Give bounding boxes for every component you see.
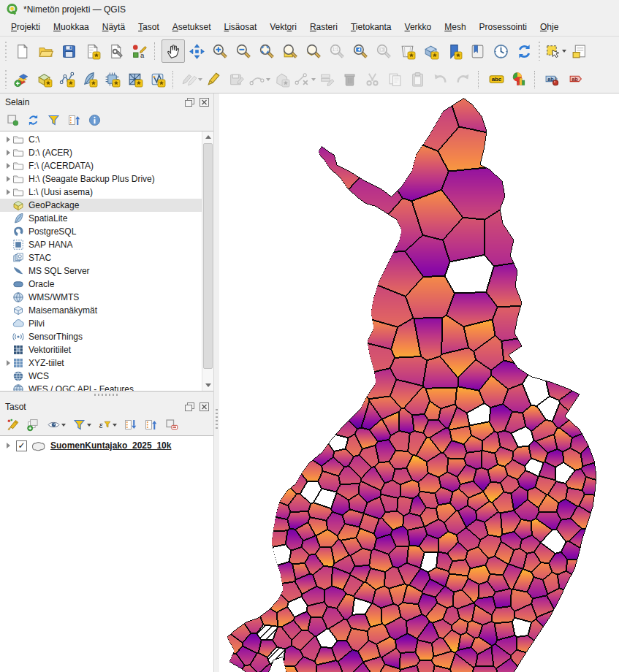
layers-map-themes-button[interactable] bbox=[47, 418, 66, 432]
layers-expand-all-button[interactable] bbox=[124, 418, 137, 432]
menu-n-yt-[interactable]: Näytä bbox=[96, 20, 132, 34]
menu-asetukset[interactable]: Asetukset bbox=[166, 20, 218, 34]
pin-labels-button[interactable]: ab bbox=[542, 69, 564, 91]
layer-diagram-button[interactable] bbox=[508, 69, 531, 91]
pan-to-selection-button[interactable] bbox=[185, 39, 208, 63]
menu-lis-osat[interactable]: Lisäosat bbox=[218, 20, 264, 34]
browser-scrollbar[interactable] bbox=[202, 131, 213, 391]
map-canvas[interactable] bbox=[219, 93, 619, 672]
browser-item-geopackage[interactable]: GeoPackage bbox=[0, 199, 213, 212]
layer-row[interactable]: SuomenKuntajako_2025_10k bbox=[0, 438, 213, 453]
expander-icon[interactable] bbox=[4, 443, 12, 448]
toolbar-drag-handle[interactable] bbox=[4, 42, 8, 61]
menu-rasteri[interactable]: Rasteri bbox=[303, 20, 344, 34]
menu-mesh[interactable]: Mesh bbox=[438, 20, 472, 34]
menu-tietokanta[interactable]: Tietokanta bbox=[344, 20, 398, 34]
new-spatialite-layer-button[interactable] bbox=[78, 69, 101, 91]
dropdown-caret-icon[interactable] bbox=[266, 78, 270, 81]
show-bookmarks-button[interactable] bbox=[466, 39, 489, 63]
browser-item-maiseman-kym-t[interactable]: Maisemanäkymät bbox=[0, 304, 213, 317]
new-virtual-layer-button[interactable] bbox=[101, 69, 124, 91]
pan-map-button[interactable] bbox=[162, 39, 185, 63]
layers-filter-expression-button[interactable]: ε bbox=[98, 418, 117, 432]
browser-item-vektoritiilet[interactable]: Vektoritiilet bbox=[0, 343, 213, 356]
new-gpx-layer-button[interactable] bbox=[146, 69, 169, 91]
dropdown-caret-icon[interactable] bbox=[87, 424, 91, 427]
menu-muokkaa[interactable]: Muokkaa bbox=[47, 20, 96, 34]
zoom-out-button[interactable] bbox=[232, 39, 255, 63]
zoom-full-button[interactable] bbox=[255, 39, 278, 63]
save-project-button[interactable] bbox=[57, 39, 80, 63]
expander-icon[interactable] bbox=[4, 360, 12, 366]
browser-item-d-acer[interactable]: D:\ (ACER) bbox=[0, 146, 213, 159]
scrollbar-thumb[interactable] bbox=[203, 143, 213, 369]
browser-item-pilvi[interactable]: Pilvi bbox=[0, 317, 213, 330]
browser-float-button[interactable] bbox=[184, 97, 195, 107]
browser-item-sap-hana[interactable]: SAP HANA bbox=[0, 238, 213, 251]
new-bookmark-button[interactable] bbox=[442, 39, 466, 63]
menu-tasot[interactable]: Tasot bbox=[132, 20, 166, 34]
layers-remove-layer-button[interactable] bbox=[164, 418, 178, 432]
layer-visibility-checkbox[interactable] bbox=[16, 440, 27, 451]
zoom-to-selection-button[interactable] bbox=[278, 39, 302, 63]
browser-panel-properties-button[interactable] bbox=[88, 113, 102, 127]
browser-item-f-acerdata[interactable]: F:\ (ACERDATA) bbox=[0, 159, 213, 172]
browser-item-wms-wmts[interactable]: WMS/WMTS bbox=[0, 291, 213, 304]
browser-item-c[interactable]: C:\ bbox=[0, 133, 213, 146]
dropdown-caret-icon[interactable] bbox=[113, 424, 117, 427]
new-shapefile-layer-button[interactable] bbox=[56, 69, 78, 91]
dropdown-caret-icon[interactable] bbox=[311, 78, 316, 81]
dropdown-caret-icon[interactable] bbox=[562, 50, 566, 53]
browser-item-sensorthings[interactable]: SensorThings bbox=[0, 330, 213, 343]
browser-panel-add-layers-button[interactable] bbox=[6, 113, 20, 127]
layers-layer-styling-button[interactable] bbox=[6, 418, 20, 432]
expander-icon[interactable] bbox=[4, 163, 12, 169]
layer-name[interactable]: SuomenKuntajako_2025_10k bbox=[50, 440, 171, 451]
browser-item-wcs[interactable]: WCS bbox=[0, 370, 213, 383]
browser-close-button[interactable] bbox=[199, 97, 210, 107]
menu-projekti[interactable]: Projekti bbox=[4, 20, 47, 34]
menu-ohje[interactable]: Ohje bbox=[533, 20, 565, 34]
browser-item-xyz-tiilet[interactable]: XYZ-tiilet bbox=[0, 356, 213, 370]
browser-item-h-seagate-backup-plus-drive[interactable]: H:\ (Seagate Backup Plus Drive) bbox=[0, 172, 213, 186]
new-print-layout-button[interactable] bbox=[80, 39, 104, 63]
new-map-view-button[interactable] bbox=[395, 39, 419, 63]
new-geopackage-layer-button[interactable] bbox=[33, 69, 56, 91]
layers-collapse-all-button[interactable] bbox=[144, 418, 158, 432]
dropdown-caret-icon[interactable] bbox=[61, 424, 66, 427]
style-manager-button[interactable]: a bbox=[127, 39, 151, 63]
browser-item-postgresql[interactable]: PostgreSQL bbox=[0, 225, 213, 238]
layers-float-button[interactable] bbox=[184, 402, 195, 412]
select-by-form-button[interactable] bbox=[567, 39, 590, 63]
highlight-pinned-labels-button[interactable]: ab bbox=[564, 69, 587, 91]
new-3d-map-view-button[interactable] bbox=[419, 39, 442, 63]
layout-manager-button[interactable] bbox=[104, 39, 127, 63]
browser-panel-collapse-button[interactable] bbox=[67, 113, 81, 127]
layers-filter-legend-button[interactable] bbox=[72, 418, 91, 432]
new-project-button[interactable] bbox=[10, 39, 34, 63]
expander-icon[interactable] bbox=[4, 189, 12, 195]
toolbar-drag-handle[interactable] bbox=[538, 42, 542, 61]
temporal-controller-button[interactable] bbox=[489, 39, 512, 63]
panel-splitter[interactable] bbox=[0, 392, 213, 398]
browser-item-oracle[interactable]: Oracle bbox=[0, 278, 213, 291]
open-project-button[interactable] bbox=[34, 39, 57, 63]
menu-verkko[interactable]: Verkko bbox=[398, 20, 438, 34]
browser-panel-refresh-button[interactable] bbox=[26, 113, 40, 127]
expander-icon[interactable] bbox=[4, 150, 12, 156]
browser-item-stac[interactable]: STAC bbox=[0, 251, 213, 264]
browser-item-ms-sql-server[interactable]: MS SQL Server bbox=[0, 264, 213, 278]
toolbar-drag-handle[interactable] bbox=[4, 70, 8, 89]
dock-map-splitter[interactable] bbox=[213, 93, 219, 672]
browser-item-l-uusi-asema[interactable]: L:\ (Uusi asema) bbox=[0, 186, 213, 199]
zoom-in-button[interactable] bbox=[208, 39, 232, 63]
toggle-editing-button[interactable] bbox=[202, 69, 225, 91]
zoom-to-layer-button[interactable] bbox=[302, 39, 325, 63]
expander-icon[interactable] bbox=[4, 176, 12, 182]
expander-icon[interactable] bbox=[4, 137, 12, 142]
select-features-button[interactable] bbox=[544, 39, 567, 63]
menu-prosessointi[interactable]: Prosessointi bbox=[473, 20, 533, 34]
layers-close-button[interactable] bbox=[199, 402, 210, 412]
browser-item-wfs-ogc-api-features[interactable]: WFS / OGC API - Features bbox=[0, 383, 213, 392]
browser-panel-filter-button[interactable] bbox=[47, 113, 61, 127]
